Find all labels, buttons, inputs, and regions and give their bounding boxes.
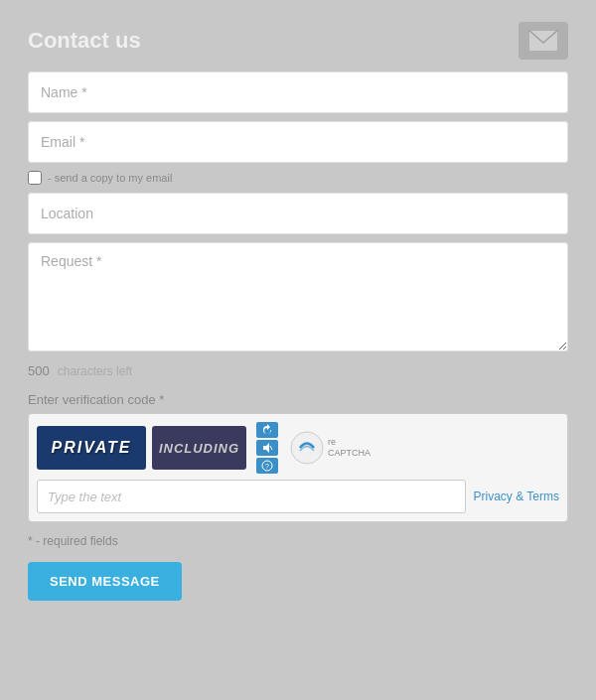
captcha-refresh-button[interactable]: [256, 422, 278, 438]
copy-email-label: - send a copy to my email: [48, 172, 172, 184]
captcha-images-row: PRIVATE INCLUDING: [37, 422, 559, 474]
captcha-word-2: INCLUDING: [159, 441, 239, 456]
send-message-button[interactable]: SEND MESSAGE: [28, 562, 182, 601]
request-field-wrapper: [28, 242, 568, 355]
captcha-audio-button[interactable]: [256, 440, 278, 456]
copy-email-checkbox[interactable]: [28, 171, 42, 185]
chars-left-row: 500 characters left: [28, 363, 568, 378]
svg-text:?: ?: [265, 463, 269, 470]
privacy-terms-link[interactable]: Privacy & Terms: [474, 490, 559, 503]
captcha-box: PRIVATE INCLUDING: [28, 413, 568, 522]
captcha-branding: reCAPTCHA: [290, 431, 371, 465]
contact-form: - send a copy to my email 500 characters…: [20, 71, 576, 601]
name-input[interactable]: [28, 71, 568, 113]
captcha-controls: ?: [256, 422, 278, 474]
captcha-image-2: INCLUDING: [152, 426, 246, 470]
verification-label: Enter verification code *: [28, 392, 568, 407]
mail-icon: [528, 30, 558, 52]
email-field-wrapper: [28, 121, 568, 163]
copy-email-row: - send a copy to my email: [28, 171, 568, 185]
captcha-help-button[interactable]: ?: [256, 458, 278, 474]
captcha-input[interactable]: [37, 480, 466, 513]
refresh-icon: [261, 424, 273, 436]
chars-count: 500: [28, 363, 50, 378]
name-field-wrapper: [28, 71, 568, 113]
svg-point-5: [291, 432, 323, 464]
request-textarea[interactable]: [28, 242, 568, 351]
captcha-brand-label: reCAPTCHA: [328, 437, 371, 459]
captcha-logo-icon: [290, 431, 324, 465]
location-field-wrapper: [28, 193, 568, 234]
page-title: Contact us: [28, 28, 141, 54]
captcha-word-1: PRIVATE: [52, 439, 132, 457]
captcha-image-1: PRIVATE: [37, 426, 146, 470]
email-icon-wrapper: [519, 22, 568, 60]
svg-line-2: [270, 446, 272, 450]
email-input[interactable]: [28, 121, 568, 163]
location-input[interactable]: [28, 193, 568, 234]
card-header: Contact us: [20, 10, 576, 71]
verification-section: Enter verification code * PRIVATE INCLUD…: [28, 392, 568, 522]
audio-icon: [261, 442, 273, 454]
chars-label: characters left: [58, 364, 132, 378]
help-icon: ?: [261, 460, 273, 472]
svg-marker-1: [263, 443, 269, 453]
required-note: * - required fields: [28, 534, 568, 548]
captcha-input-row: Privacy & Terms: [37, 480, 559, 513]
